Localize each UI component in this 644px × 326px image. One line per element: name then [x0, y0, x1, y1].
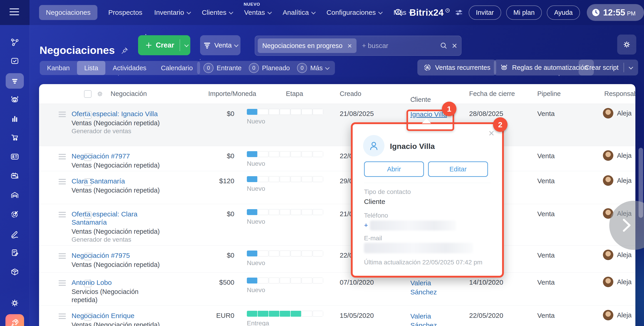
- table-row[interactable]: Oferta especial: Clara Santamaría Ventas…: [39, 204, 635, 245]
- drag-handle-icon[interactable]: [58, 253, 66, 260]
- community-icon[interactable]: [10, 38, 20, 47]
- nav-item-ventas[interactable]: NUEVOVentas: [243, 5, 272, 20]
- column-header-closing[interactable]: Fecha de cierre: [469, 90, 515, 98]
- responsible-name[interactable]: Aleja: [617, 152, 635, 159]
- responsible-name[interactable]: Aleja: [617, 251, 635, 259]
- tab-kanban[interactable]: Kanban: [40, 61, 77, 75]
- column-header-created[interactable]: Creado: [340, 90, 361, 98]
- deal-link[interactable]: Oferta especial: Clara Santamaría: [72, 210, 138, 226]
- avatar[interactable]: [603, 175, 613, 186]
- phone-prefix[interactable]: +: [364, 221, 368, 229]
- table-row[interactable]: Negociación #7975 Ventas (Negociación re…: [39, 245, 635, 272]
- help-button[interactable]: Ayuda: [547, 6, 580, 20]
- search-icon[interactable]: [394, 8, 404, 18]
- nav-item-analitica[interactable]: Analítica: [282, 5, 316, 20]
- crm-funnel-icon-active[interactable]: [6, 73, 24, 89]
- copilot-robot-icon[interactable]: [10, 95, 20, 105]
- recurring-sales-button[interactable]: Ventas recurrentes: [417, 60, 496, 76]
- remove-filter-icon[interactable]: ×: [348, 41, 352, 50]
- select-all-checkbox[interactable]: [84, 90, 92, 98]
- column-header-deal[interactable]: Negociación: [110, 90, 147, 98]
- invite-button[interactable]: Invitar: [469, 6, 501, 20]
- counter-planeado[interactable]: 0 Planeado: [249, 63, 290, 73]
- table-row[interactable]: Negociación Enrique Ventas (Negociación …: [39, 306, 635, 326]
- responsible-name[interactable]: Aleja: [617, 311, 635, 319]
- drag-handle-icon[interactable]: [58, 313, 66, 320]
- counter-mas[interactable]: 0 Más: [297, 63, 328, 73]
- nav-item-configuraciones[interactable]: Configuraciones: [326, 5, 383, 20]
- column-header-pipeline[interactable]: Pipeline: [537, 90, 561, 98]
- planner-icon[interactable]: [10, 171, 20, 181]
- stage-progress-bar[interactable]: [247, 277, 323, 283]
- avatar[interactable]: [603, 310, 613, 320]
- stage-progress-bar[interactable]: [247, 250, 323, 256]
- deal-link[interactable]: Negociación #7975: [72, 252, 130, 259]
- pin-icon[interactable]: [120, 46, 129, 56]
- column-header-amount[interactable]: Importe/Moneda: [208, 90, 256, 98]
- contacts-card-icon[interactable]: [10, 152, 20, 162]
- search-input[interactable]: + buscar: [362, 42, 388, 50]
- column-header-responsible[interactable]: Responsab: [604, 90, 635, 98]
- avatar[interactable]: [603, 150, 613, 161]
- filter-chip[interactable]: Negociaciones en progreso ×: [258, 39, 356, 53]
- deal-link[interactable]: Clara Santamaría: [72, 177, 125, 185]
- tab-calendario[interactable]: Calendario: [154, 61, 200, 75]
- drag-handle-icon[interactable]: [58, 212, 66, 219]
- reports-chart-icon[interactable]: [10, 114, 20, 124]
- goals-target-icon[interactable]: [10, 209, 20, 219]
- bitrix24-logo[interactable]: Bitrix24: [410, 8, 450, 18]
- pipeline-selector-button[interactable]: Venta: [200, 35, 240, 55]
- settings-gear-icon[interactable]: [10, 298, 20, 308]
- chevron-down-icon[interactable]: [628, 65, 633, 70]
- my-plan-button[interactable]: Mi plan: [506, 6, 542, 20]
- table-row[interactable]: Clara Santamaría Ventas (Negociación rep…: [39, 171, 635, 204]
- column-header-stage[interactable]: Etapa: [286, 90, 303, 98]
- close-icon[interactable]: ×: [488, 128, 494, 138]
- table-row[interactable]: Antonio Lobo Servicios (Negociación repe…: [39, 272, 635, 306]
- inventory-box-icon[interactable]: [10, 267, 20, 277]
- tab-lista[interactable]: Lista: [77, 61, 105, 75]
- documents-edit-icon[interactable]: [10, 248, 20, 257]
- stage-progress-bar[interactable]: [247, 311, 323, 317]
- sliders-icon[interactable]: [454, 8, 464, 17]
- responsible-name[interactable]: Aleja: [617, 110, 635, 117]
- responsible-name[interactable]: Aleja: [617, 177, 635, 184]
- chevron-down-icon[interactable]: [184, 43, 189, 47]
- client-link[interactable]: Valeria Sánchez: [410, 312, 447, 326]
- client-link[interactable]: Valeria Sánchez: [410, 278, 447, 297]
- deal-link[interactable]: Oferta especial: Ignacio Villa: [72, 110, 158, 118]
- drag-handle-icon[interactable]: [58, 154, 66, 161]
- table-row[interactable]: Oferta especial: Ignacio Villa Ventas (N…: [39, 104, 635, 146]
- scrollbar-thumb[interactable]: [638, 148, 643, 218]
- nav-item-clientes[interactable]: Clientes: [201, 5, 233, 20]
- clear-search-icon[interactable]: ×: [452, 41, 457, 50]
- drag-handle-icon[interactable]: [58, 179, 66, 186]
- rocket-upgrade-button[interactable]: [6, 314, 24, 326]
- avatar[interactable]: [603, 108, 613, 118]
- time-widget[interactable]: 12:55 PM: [587, 4, 644, 21]
- sign-pen-icon[interactable]: [10, 228, 20, 238]
- tab-actividades[interactable]: Actividades: [105, 61, 154, 75]
- nav-item-inventario[interactable]: Inventario: [153, 5, 191, 20]
- open-contact-button[interactable]: Abrir: [364, 161, 424, 177]
- counter-entrante[interactable]: 0 Entrante: [204, 63, 242, 73]
- tasks-icon[interactable]: [10, 56, 20, 66]
- stage-progress-bar[interactable]: [247, 109, 323, 115]
- store-cart-icon[interactable]: [10, 133, 20, 142]
- columns-gear-icon[interactable]: [96, 90, 104, 98]
- create-script-button[interactable]: Crear script: [578, 60, 638, 76]
- nav-item-negociaciones[interactable]: Negociaciones: [39, 5, 98, 20]
- drag-handle-icon[interactable]: [58, 112, 66, 118]
- responsible-name[interactable]: Aleja: [617, 278, 635, 286]
- stage-progress-bar[interactable]: [247, 209, 323, 215]
- table-row[interactable]: Negociación #7977 Ventas (Negociación re…: [39, 146, 635, 171]
- edit-contact-button[interactable]: Editar: [428, 161, 488, 177]
- warehouse-icon[interactable]: [10, 190, 20, 200]
- create-deal-button[interactable]: Crear: [138, 35, 190, 55]
- page-settings-button[interactable]: [617, 35, 636, 55]
- search-filter-bar[interactable]: Negociaciones en progreso × + buscar ×: [255, 36, 462, 56]
- stage-progress-bar[interactable]: [247, 151, 323, 157]
- avatar[interactable]: [603, 250, 613, 260]
- deal-link[interactable]: Negociación #7977: [72, 152, 130, 160]
- search-icon[interactable]: [439, 41, 448, 50]
